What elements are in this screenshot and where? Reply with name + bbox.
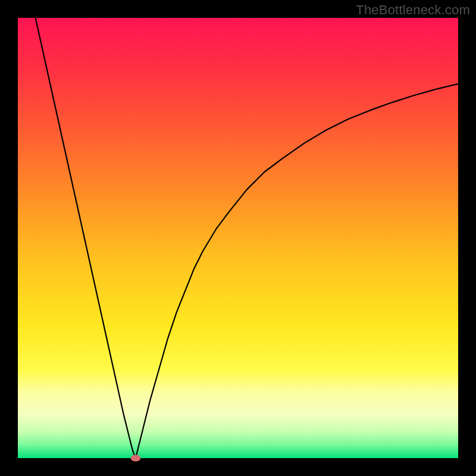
plot-area bbox=[18, 18, 458, 458]
chart-frame: TheBottleneck.com bbox=[0, 0, 476, 476]
watermark-text: TheBottleneck.com bbox=[356, 2, 470, 18]
curve-line bbox=[18, 18, 458, 458]
minimum-marker bbox=[131, 455, 140, 462]
